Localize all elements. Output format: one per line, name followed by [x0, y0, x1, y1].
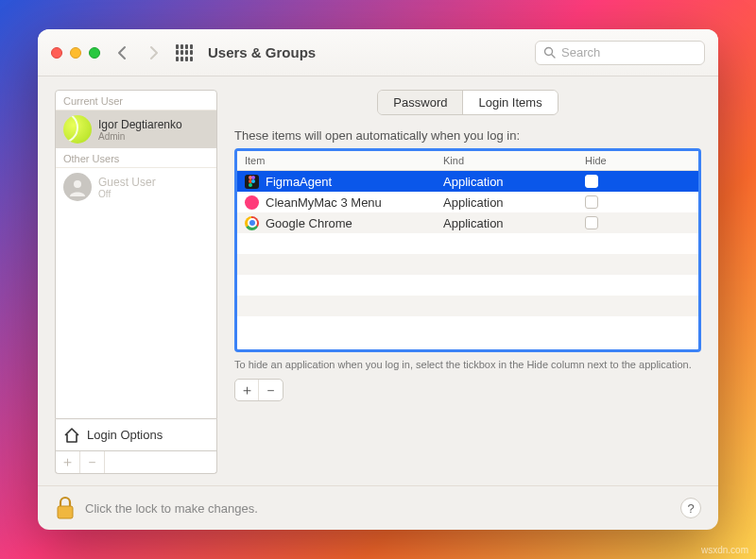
search-icon: [543, 46, 556, 59]
current-user-heading: Current User: [56, 91, 216, 110]
close-button[interactable]: [51, 47, 62, 59]
avatar-guest: [63, 173, 92, 201]
login-items-header: Item Kind Hide: [237, 151, 698, 171]
row1-hide-checkbox[interactable]: [585, 195, 598, 209]
svg-point-4: [251, 176, 255, 179]
row1-kind: Application: [436, 192, 577, 213]
tab-login-items[interactable]: Login Items: [463, 91, 557, 114]
forward-button: [144, 39, 164, 67]
prefs-window: Users & Groups Search Current User Igor …: [38, 29, 718, 530]
row2-name: Google Chrome: [266, 216, 352, 230]
zoom-button[interactable]: [89, 47, 100, 59]
login-items-body: FigmaAgent Application CleanMyMac 3 Menu…: [237, 171, 698, 349]
login-items-desc: These items will open automatically when…: [234, 128, 701, 143]
login-options-label: Login Options: [87, 428, 163, 442]
guest-silhouette-icon: [67, 177, 88, 197]
col-item-header[interactable]: Item: [237, 151, 436, 170]
sidebar-plus-minus: ＋ －: [55, 451, 217, 474]
row1-name: CleanMyMac 3 Menu: [266, 195, 382, 210]
login-options-row[interactable]: Login Options: [55, 419, 217, 451]
add-login-item-button[interactable]: ＋: [235, 380, 259, 400]
chrome-icon: [245, 216, 259, 230]
col-kind-header[interactable]: Kind: [436, 151, 577, 170]
svg-line-1: [552, 55, 556, 59]
window-controls: [51, 47, 100, 59]
row0-hide-checkbox[interactable]: [585, 175, 598, 188]
remove-login-item-button[interactable]: －: [259, 380, 283, 400]
login-items-table: Item Kind Hide FigmaAgent Application: [234, 148, 701, 352]
row0-name: FigmaAgent: [266, 175, 332, 189]
back-button[interactable]: [112, 39, 132, 67]
figma-icon: [245, 175, 259, 189]
tab-password[interactable]: Password: [378, 91, 463, 114]
guest-user-role: Off: [98, 189, 156, 199]
toolbar: Users & Groups Search: [38, 29, 718, 76]
cleanmymac-icon: [245, 195, 259, 210]
sidebar-remove-user: －: [80, 451, 105, 473]
avatar-current: [63, 115, 92, 144]
svg-rect-8: [58, 506, 73, 518]
current-user-row[interactable]: Igor Degtiarenko Admin: [56, 110, 216, 148]
main-panel: Password Login Items These items will op…: [234, 90, 701, 474]
show-all-prefs-button[interactable]: [176, 44, 193, 61]
table-row[interactable]: FigmaAgent Application: [237, 171, 698, 192]
current-user-name: Igor Degtiarenko: [98, 118, 182, 131]
watermark: wsxdn.com: [701, 545, 748, 555]
svg-point-6: [251, 179, 255, 183]
page-title: Users & Groups: [208, 44, 316, 60]
content-area: Current User Igor Degtiarenko Admin Othe…: [38, 76, 718, 485]
table-row[interactable]: CleanMyMac 3 Menu Application: [237, 192, 698, 212]
main-tabs: Password Login Items: [377, 90, 558, 115]
other-users-heading: Other Users: [56, 148, 216, 168]
search-input[interactable]: Search: [535, 41, 705, 65]
sidebar-add-user: ＋: [56, 451, 80, 473]
row2-kind: Application: [436, 212, 577, 234]
row0-kind: Application: [436, 171, 577, 193]
current-user-role: Admin: [98, 131, 182, 142]
col-hide-header[interactable]: Hide: [577, 151, 625, 170]
search-placeholder: Search: [561, 45, 600, 59]
minimize-button[interactable]: [70, 47, 81, 59]
footer-bar: Click the lock to make changes. ?: [38, 485, 718, 530]
help-button[interactable]: ?: [680, 498, 701, 518]
hide-hint-label: To hide an application when you log in, …: [234, 358, 701, 371]
house-icon: [63, 427, 80, 444]
table-row[interactable]: Google Chrome Application: [237, 212, 698, 233]
lock-text: Click the lock to make changes.: [85, 501, 671, 516]
svg-point-7: [249, 183, 252, 187]
guest-user-name: Guest User: [98, 176, 156, 189]
user-list: Current User Igor Degtiarenko Admin Othe…: [55, 90, 217, 419]
guest-user-row[interactable]: Guest User Off: [56, 168, 216, 206]
sidebar: Current User Igor Degtiarenko Admin Othe…: [55, 90, 217, 474]
login-items-plus-minus: ＋ －: [234, 379, 284, 401]
svg-point-2: [74, 180, 81, 188]
row2-hide-checkbox[interactable]: [585, 216, 598, 229]
lock-icon[interactable]: [55, 496, 76, 520]
